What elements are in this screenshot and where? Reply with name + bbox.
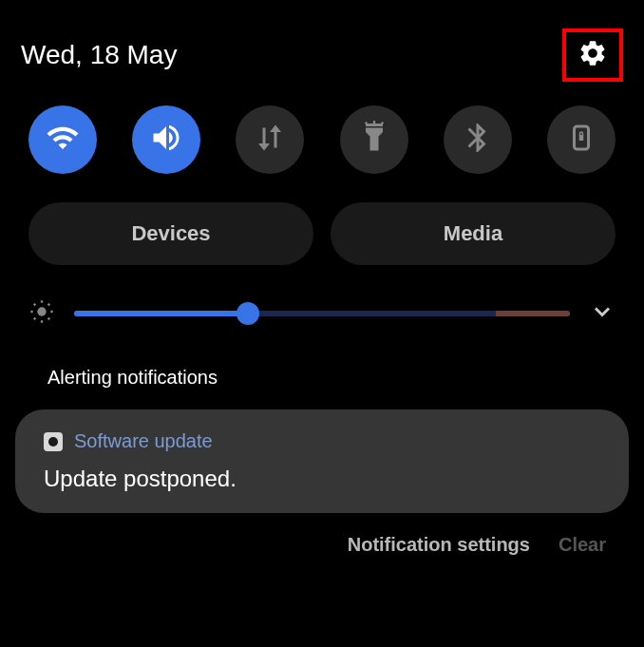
gear-icon[interactable] [578,38,608,72]
svg-rect-0 [372,140,375,143]
date-label: Wed, 18 May [21,40,177,70]
chevron-down-icon[interactable] [589,298,616,329]
data-arrows-icon [253,121,287,159]
notification-body: Update postponed. [44,466,600,492]
wifi-toggle[interactable] [28,105,97,174]
flashlight-icon [357,121,391,159]
clear-link[interactable]: Clear [559,534,606,556]
speaker-icon [149,121,183,159]
svg-rect-2 [579,135,584,141]
settings-highlight [562,29,623,82]
rotation-lock-toggle[interactable] [547,105,616,174]
rotation-lock-icon [564,121,598,159]
notification-app-name: Software update [74,430,213,452]
bluetooth-toggle[interactable] [444,105,512,174]
brightness-icon [28,298,55,329]
notification-settings-link[interactable]: Notification settings [348,534,530,556]
wifi-icon [46,121,80,159]
flashlight-toggle[interactable] [340,105,408,174]
mobile-data-toggle[interactable] [236,105,304,174]
sound-toggle[interactable] [132,105,200,174]
media-button[interactable]: Media [331,202,616,265]
alerting-section-header: Alerting notifications [0,357,644,398]
notification-card[interactable]: Software update Update postponed. [15,409,629,513]
devices-button[interactable]: Devices [28,202,313,265]
svg-point-3 [37,307,46,315]
bluetooth-icon [461,121,495,159]
slider-thumb[interactable] [237,302,259,325]
software-update-icon [44,432,63,451]
brightness-slider[interactable] [74,304,570,323]
